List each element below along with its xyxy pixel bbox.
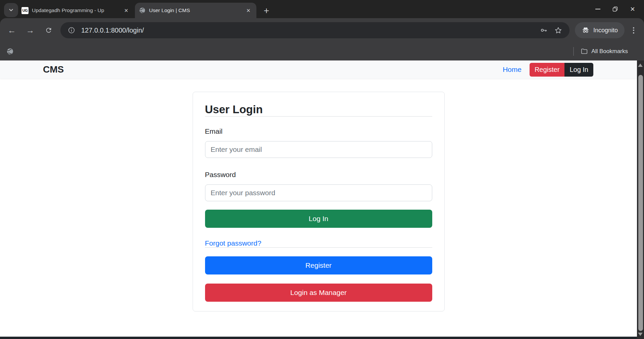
reload-button[interactable]	[43, 25, 54, 36]
tab-strip: UG Updategadh Programming - Up × User Lo…	[0, 0, 644, 18]
new-tab-button[interactable]: +	[260, 5, 273, 16]
window-controls: ×	[589, 0, 641, 18]
password-label: Password	[205, 170, 432, 179]
minimize-icon	[595, 9, 600, 9]
close-window-icon: ×	[630, 5, 635, 13]
close-window-button[interactable]: ×	[624, 0, 641, 18]
restore-icon	[611, 5, 619, 13]
tab-title: Updategadh Programming - Up	[32, 7, 119, 13]
address-bar[interactable]: 127.0.0.1:8000/login/	[60, 22, 569, 38]
folder-icon	[581, 48, 588, 55]
tab-updategadh[interactable]: UG Updategadh Programming - Up ×	[17, 3, 134, 18]
restore-button[interactable]	[606, 0, 624, 18]
browser-toolbar: ← → 127.0.0.1:8000/login/ Incognito	[0, 18, 644, 60]
card-divider-bottom	[205, 247, 432, 248]
page-scrollbar[interactable]	[637, 60, 644, 339]
incognito-badge: Incognito	[575, 22, 625, 38]
navigation-row: ← → 127.0.0.1:8000/login/ Incognito	[0, 18, 644, 42]
url-text[interactable]: 127.0.0.1:8000/login/	[81, 27, 539, 34]
incognito-label: Incognito	[593, 27, 618, 34]
navbar-register-button[interactable]: Register	[530, 63, 564, 77]
email-label: Email	[205, 127, 432, 135]
updategadh-favicon-icon: UG	[21, 7, 29, 14]
close-tab-icon[interactable]: ×	[244, 6, 252, 14]
browser-window: UG Updategadh Programming - Up × User Lo…	[0, 0, 644, 339]
home-link[interactable]: Home	[503, 66, 522, 74]
site-navbar: CMS Home Register Log In	[0, 60, 637, 79]
bookmarks-divider	[573, 47, 574, 56]
site-info-icon[interactable]	[66, 25, 77, 35]
incognito-icon	[582, 26, 590, 34]
bookmarks-bar: All Bookmarks	[0, 42, 644, 60]
scroll-down-arrow-icon[interactable]	[638, 333, 643, 336]
page-title: User Login	[205, 103, 432, 116]
all-bookmarks-label: All Bookmarks	[591, 48, 628, 55]
card-divider-top	[205, 116, 432, 117]
scroll-up-arrow-icon[interactable]	[638, 63, 643, 67]
minimize-button[interactable]	[589, 0, 606, 18]
globe-favicon-icon	[139, 7, 146, 14]
navbar-auth-buttons: Register Log In	[530, 63, 593, 77]
password-input[interactable]	[205, 184, 432, 201]
reload-icon	[45, 27, 52, 34]
login-submit-button[interactable]: Log In	[205, 210, 432, 228]
web-page: CMS Home Register Log In User Login Emai…	[0, 60, 637, 339]
all-bookmarks-button[interactable]: All Bookmarks	[581, 48, 628, 55]
navbar-login-button[interactable]: Log In	[564, 63, 593, 77]
browser-menu-button[interactable]	[629, 24, 639, 37]
bookmark-globe-icon[interactable]	[6, 47, 14, 55]
forward-button[interactable]: →	[24, 25, 36, 36]
login-as-manager-button[interactable]: Login as Manager	[205, 284, 432, 302]
bookmark-star-icon[interactable]	[553, 25, 563, 35]
forgot-password-link[interactable]: Forgot password?	[205, 239, 261, 247]
footer-strip	[0, 337, 637, 339]
tab-title: User Login | CMS	[149, 7, 241, 13]
password-key-icon[interactable]	[539, 25, 549, 35]
close-tab-icon[interactable]: ×	[122, 6, 130, 14]
brand-cms[interactable]: CMS	[43, 64, 64, 75]
back-button[interactable]: ←	[6, 25, 17, 36]
tab-user-login-active[interactable]: User Login | CMS ×	[135, 3, 256, 18]
scrollbar-thumb[interactable]	[638, 75, 643, 331]
chevron-down-icon	[8, 7, 14, 13]
email-input[interactable]	[205, 141, 432, 158]
login-card: User Login Email Password Log In Forgot …	[193, 92, 445, 311]
tab-search-button[interactable]	[4, 3, 18, 17]
register-button[interactable]: Register	[205, 256, 432, 274]
